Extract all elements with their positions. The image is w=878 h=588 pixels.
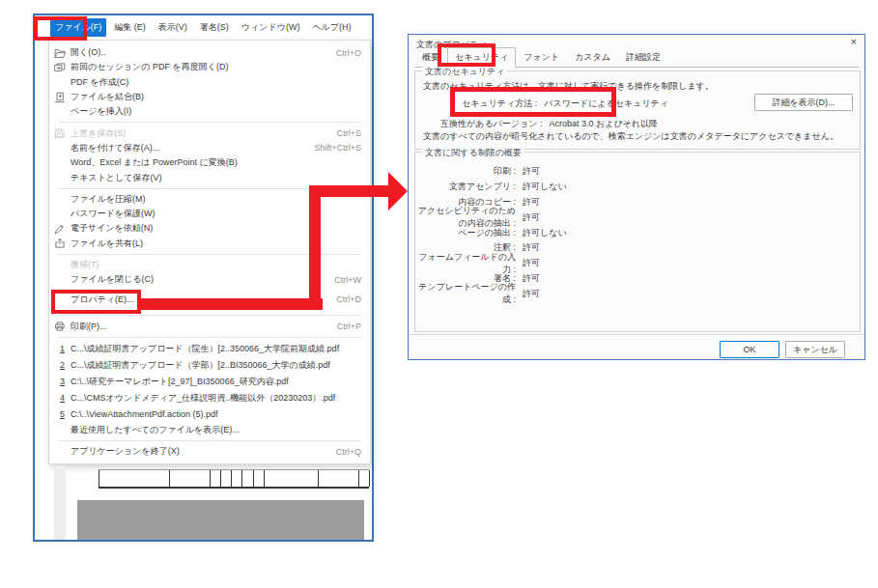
recent-file-path: C...\CMSオウンドメディア_仕様説明資..機能以外（20230203）.p… (71, 392, 335, 405)
recent-file-number: 3 (60, 377, 65, 386)
cancel-button[interactable]: キャンセル (785, 341, 845, 358)
reopen-session-icon (52, 61, 68, 73)
menu-item[interactable]: ファイルを圧縮(M) (49, 192, 370, 207)
menu-item-shortcut: Shift+Ctrl+S (314, 143, 361, 153)
menu-item[interactable]: ページを挿入(I) (49, 104, 370, 119)
recent-file-item[interactable]: 4 C...\CMSオウンドメディア_仕様説明資..機能以外（20230203）… (49, 390, 370, 406)
menu-item[interactable]: プロパティ(E)... Ctrl+D (49, 287, 370, 312)
close-icon[interactable]: × (851, 37, 857, 47)
permission-value: 許可 (523, 272, 540, 285)
dialog-tab[interactable]: セキュリティ (447, 47, 516, 68)
menu-separator (49, 185, 370, 192)
menu-item[interactable]: 上書き保存(S) Ctrl+S (49, 126, 370, 140)
share-icon (52, 238, 68, 250)
permission-row: アクセシビリティのための内容の抽出 : 許可 (415, 210, 860, 225)
menu-item-icon (52, 273, 68, 286)
menubar-item[interactable]: 編集 (E) (109, 18, 151, 37)
document-page-margin (54, 465, 66, 540)
menu-item[interactable]: 名前を付けて保存(A)... Shift+Ctrl+S (49, 141, 370, 155)
menu-item[interactable]: Word、Excel または PowerPoint に変換(B) (49, 155, 370, 170)
menu-item-icon (52, 76, 68, 89)
permission-value: 許可 (523, 241, 540, 254)
menu-item[interactable]: ファイルを結合(B) (49, 90, 370, 104)
annotation-arrowhead-icon (388, 172, 408, 210)
menu-item-shortcut: Ctrl+D (336, 294, 361, 304)
dialog-tab[interactable]: 概要 (414, 47, 447, 68)
menu-item-label: ファイルを共有(L) (71, 238, 143, 250)
menu-item[interactable]: テキストとして保存(V) (49, 170, 370, 184)
menu-item-shortcut: Ctrl+Q (336, 447, 361, 457)
recent-file-number: 5 (60, 409, 65, 419)
permission-label: テンプレートページの作成 : (415, 281, 516, 306)
menu-item[interactable]: 印刷(P)... Ctrl+P (49, 319, 370, 333)
menu-item-label: Word、Excel または PowerPoint に変換(B) (71, 156, 238, 169)
menu-item[interactable]: ファイルを閉じる(C) Ctrl+W (49, 272, 370, 287)
menu-item-label: ファイルを結合(B) (71, 91, 144, 103)
menu-item-label: 電子サインを依頼(N) (71, 222, 153, 235)
dialog-tab[interactable]: 詳細設定 (618, 47, 668, 68)
acrobat-window: ファイル(F)編集 (E)表示(V)署名(S)ウィンドウ(W)ヘルプ(H) 開く… (33, 14, 374, 542)
permission-value: 許可 (523, 211, 540, 224)
permission-row: ページの抽出 : 許可しない (415, 225, 860, 240)
sign-icon (52, 222, 68, 235)
recent-file-item[interactable]: 5 C:\..\ViewAttachmentPdf.action (5).pdf (49, 406, 370, 423)
dialog-tab[interactable]: フォント (516, 47, 567, 68)
ok-button[interactable]: OK (720, 341, 779, 358)
menu-item-shortcut: Ctrl+W (334, 275, 361, 285)
permission-list: 印刷 : 許可 文書アセンブリ : 許可しない 内容のコピー : 許可 アクセシ… (415, 164, 860, 301)
menu-item-icon (52, 424, 68, 436)
menu-separator (49, 437, 370, 444)
menu-item-label: パスワードを保護(W) (71, 208, 156, 220)
menu-item-icon (52, 208, 68, 220)
menu-bar: ファイル(F)編集 (E)表示(V)署名(S)ウィンドウ(W)ヘルプ(H) (35, 15, 372, 41)
menu-item-icon (52, 259, 68, 271)
menubar-item[interactable]: ウィンドウ(W) (237, 18, 305, 37)
recent-file-path: C...\成績証明書アップロード（学部）[2..BI350066_大学の成績.p… (71, 359, 330, 372)
security-groupbox: 文書のセキュリティ 文書のセキュリティ方法は、文書に対して実行できる操作を制限し… (414, 70, 861, 150)
menu-item-icon (52, 172, 68, 184)
compatibility-row: 互換性があるバージョン : Acrobat 3.0 およびそれ以降 (440, 118, 658, 130)
restrictions-group-legend: 文書に関する制限の概要 (422, 147, 524, 159)
menu-item-label: PDF を作成(C) (71, 76, 128, 89)
security-group-legend: 文書のセキュリティ (422, 66, 507, 78)
menu-item-icon (52, 193, 68, 206)
recent-file-path: C:\..\ViewAttachmentPdf.action (5).pdf (71, 409, 217, 419)
permission-label: 印刷 : (415, 165, 516, 178)
menu-item-shortcut: Ctrl+O (336, 48, 361, 58)
dialog-tabbar: 概要セキュリティフォントカスタム詳細設定 (414, 47, 859, 68)
menubar-item[interactable]: 表示(V) (154, 18, 192, 37)
menu-item-label: テキストとして保存(V) (71, 172, 161, 184)
menu-item-label: ファイルを圧縮(M) (71, 193, 146, 206)
menu-separator (49, 251, 370, 258)
menu-separator (49, 334, 370, 341)
menu-item[interactable]: パスワードを保護(W) (49, 207, 370, 221)
recent-file-number: 4 (60, 393, 65, 403)
menubar-item[interactable]: ファイル(F) (50, 18, 106, 37)
menubar-item[interactable]: ヘルプ(H) (307, 18, 355, 37)
compatibility-value: Acrobat 3.0 およびそれ以降 (549, 118, 658, 130)
recent-file-item[interactable]: 1 C...\成績証明書アップロード（院生）[2..350066_大学院前期成績… (49, 341, 370, 357)
menu-item[interactable]: PDF を作成(C) (49, 75, 370, 90)
menu-item-icon (52, 294, 68, 306)
menu-item-label: 印刷(P)... (71, 321, 107, 333)
recent-file-path: C:\..\研究テーマレポート[2_97]_BI350066_研究内容.pdf (71, 376, 289, 388)
print-icon (52, 321, 68, 333)
menu-item[interactable]: アプリケーションを終了(X) Ctrl+Q (49, 444, 370, 459)
menu-item[interactable]: 復帰(T) (49, 258, 370, 272)
recent-file-item[interactable]: 3 C:\..\研究テーマレポート[2_97]_BI350066_研究内容.pd… (49, 374, 370, 390)
recent-file-item[interactable]: 2 C...\成績証明書アップロード（学部）[2..BI350066_大学の成績… (49, 357, 370, 374)
menu-item[interactable]: 最近使用したすべてのファイルを表示(E)... (49, 423, 370, 437)
dialog-tab[interactable]: カスタム (567, 47, 618, 68)
menu-item[interactable]: 開く(O).. Ctrl+O (49, 45, 370, 60)
permission-label: ページの抽出 : (415, 227, 516, 239)
menu-item[interactable]: ファイルを共有(L) (49, 237, 370, 251)
show-details-button[interactable]: 詳細を表示(D)... (754, 94, 853, 111)
permission-row: 文書アセンブリ : 許可しない (415, 180, 860, 195)
menu-item-shortcut: Ctrl+S (337, 128, 361, 138)
encryption-note: 文書のすべての内容が暗号化されているので、検索エンジンは文書のメタデータにアクセ… (423, 130, 860, 144)
menu-item[interactable]: 前回のセッションの PDF を再度開く(D) (49, 60, 370, 74)
menu-item[interactable]: 電子サインを依頼(N) (49, 221, 370, 236)
menubar-item[interactable]: 署名(S) (195, 18, 234, 37)
permission-value: 許可しない (523, 227, 567, 239)
permission-value: 許可 (523, 257, 540, 269)
